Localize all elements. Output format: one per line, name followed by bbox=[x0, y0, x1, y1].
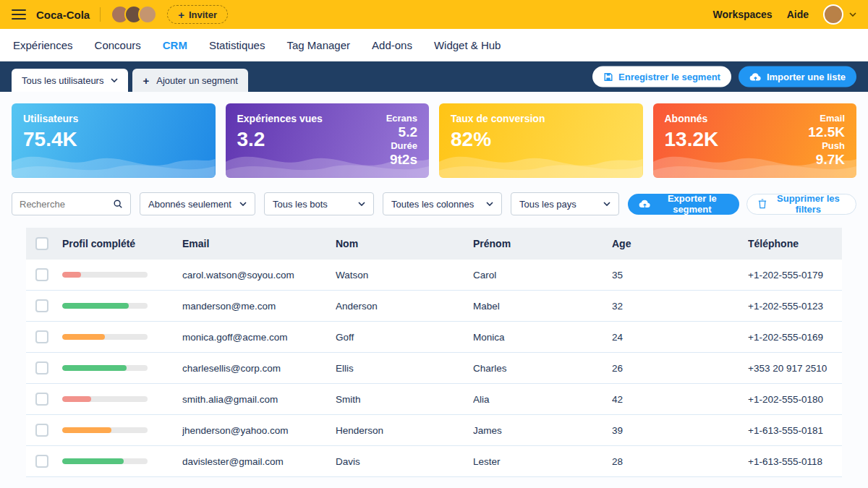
telephone-cell: +1-613-555-0181 bbox=[748, 425, 842, 436]
chevron-down-icon bbox=[486, 202, 493, 206]
nav-tab-statistiques[interactable]: Statistiques bbox=[209, 39, 265, 51]
row-checkbox[interactable] bbox=[35, 424, 48, 437]
prenom-cell: Charles bbox=[473, 363, 612, 374]
divider bbox=[100, 7, 101, 22]
filter-dropdown-pays[interactable]: Tous les pays bbox=[511, 192, 619, 215]
save-segment-button[interactable]: Enregistrer le segment bbox=[592, 67, 731, 87]
nav-tab-concours[interactable]: Concours bbox=[95, 39, 141, 51]
nom-cell: Smith bbox=[336, 394, 473, 405]
table-row[interactable]: monica.goff@acme.comGoffMonica24+1-202-5… bbox=[26, 322, 842, 353]
search-icon[interactable] bbox=[113, 199, 123, 209]
nav-tab-widget-hub[interactable]: Widget & Hub bbox=[434, 39, 501, 51]
search-box[interactable] bbox=[12, 192, 131, 215]
team-avatars[interactable] bbox=[111, 5, 157, 24]
add-segment-tab[interactable]: + Ajouter un segment bbox=[132, 69, 248, 92]
table-row[interactable]: davislester@gmail.comDavisLester28+1-613… bbox=[26, 446, 842, 477]
stat-card-value: 75.4K bbox=[23, 128, 78, 151]
table-body: carol.watson@soyou.comWatsonCarol35+1-20… bbox=[26, 260, 842, 477]
export-segment-button[interactable]: Exporter le segment bbox=[628, 194, 739, 215]
table-row[interactable]: jhenderson@yahoo.comHendersonJames39+1-6… bbox=[26, 415, 842, 446]
row-checkbox[interactable] bbox=[35, 455, 48, 468]
stat-side-label: Ecrans bbox=[386, 113, 417, 124]
user-avatar[interactable] bbox=[823, 4, 843, 25]
nav-tab-experiences[interactable]: Expériences bbox=[13, 39, 73, 51]
filter-dropdown-abonnes-seulement[interactable]: Abonnés seulement bbox=[140, 192, 255, 215]
profile-progress-bar bbox=[62, 365, 148, 371]
select-all-checkbox[interactable] bbox=[35, 237, 48, 250]
plus-icon: + bbox=[178, 9, 184, 21]
nav-tab-tag-manager[interactable]: Tag Manager bbox=[286, 39, 350, 51]
stat-card-title: Taux de conversion bbox=[451, 113, 545, 124]
cloud-upload-icon bbox=[749, 72, 762, 81]
caret-down-icon[interactable] bbox=[849, 12, 856, 17]
nom-cell: Ellis bbox=[336, 363, 473, 374]
export-segment-label: Exporter le segment bbox=[656, 193, 728, 215]
hamburger-menu-icon[interactable] bbox=[12, 9, 26, 20]
filter-bar: Abonnés seulementTous les botsToutes les… bbox=[12, 192, 856, 215]
prenom-cell: Carol bbox=[473, 270, 612, 281]
telephone-cell: +1-202-555-0123 bbox=[748, 301, 842, 312]
column-header-5: Téléphone bbox=[748, 238, 842, 249]
table-row[interactable]: smith.alia@gmail.comSmithAlia42+1-202-55… bbox=[26, 384, 842, 415]
column-header-1: Email bbox=[182, 238, 336, 249]
age-cell: 28 bbox=[612, 456, 748, 467]
dropdown-value: Tous les pays bbox=[519, 199, 576, 210]
stat-card-utilisateurs: Utilisateurs75.4K bbox=[12, 103, 216, 178]
prenom-cell: Monica bbox=[473, 332, 612, 343]
users-table: Profil complétéEmailNomPrénomAgeTéléphon… bbox=[26, 228, 842, 477]
stat-card-taux-conversion: Taux de conversion82% bbox=[439, 103, 643, 178]
stat-side-value: 12.5K bbox=[808, 124, 845, 140]
stat-side-label: Push bbox=[808, 140, 845, 152]
segment-tab-current[interactable]: Tous les utilisateurs bbox=[12, 69, 128, 92]
email-cell: jhenderson@yahoo.com bbox=[182, 425, 336, 436]
cloud-upload-icon bbox=[639, 200, 651, 208]
column-header-4: Age bbox=[612, 238, 748, 249]
table-row[interactable]: carol.watson@soyou.comWatsonCarol35+1-20… bbox=[26, 260, 842, 291]
save-segment-label: Enregistrer le segment bbox=[618, 72, 720, 82]
nom-cell: Goff bbox=[336, 332, 473, 343]
row-checkbox[interactable] bbox=[35, 330, 48, 343]
clear-filters-label: Supprimer les filters bbox=[772, 193, 845, 215]
profile-progress-bar bbox=[62, 396, 148, 402]
age-cell: 24 bbox=[612, 332, 748, 343]
topbar: Coca-Cola + Inviter Workspaces Aide bbox=[0, 0, 868, 29]
age-cell: 42 bbox=[612, 394, 748, 405]
stat-card-value: 13.2K bbox=[665, 128, 719, 151]
nom-cell: Anderson bbox=[336, 301, 473, 312]
trash-icon bbox=[758, 199, 767, 209]
nav-tab-crm[interactable]: CRM bbox=[163, 39, 187, 51]
import-list-button[interactable]: Importer une liste bbox=[739, 67, 856, 87]
age-cell: 26 bbox=[612, 363, 748, 374]
row-checkbox[interactable] bbox=[35, 361, 48, 374]
filter-dropdown-bots[interactable]: Tous les bots bbox=[264, 192, 374, 215]
segment-bar: Tous les utilisateurs + Ajouter un segme… bbox=[0, 61, 868, 92]
column-header-0: Profil complété bbox=[62, 238, 182, 249]
telephone-cell: +353 20 917 2510 bbox=[748, 363, 842, 374]
row-checkbox[interactable] bbox=[35, 393, 48, 406]
invite-button-label: Inviter bbox=[189, 9, 217, 20]
workspaces-link[interactable]: Workspaces bbox=[712, 9, 772, 20]
import-list-label: Importer une liste bbox=[767, 72, 846, 82]
table-row[interactable]: charlesellis@corp.comEllisCharles26+353 … bbox=[26, 353, 842, 384]
filter-dropdown-colonnes[interactable]: Toutes les colonnes bbox=[383, 192, 502, 215]
age-cell: 35 bbox=[612, 270, 748, 281]
profile-progress-bar bbox=[62, 303, 148, 309]
search-input[interactable] bbox=[20, 199, 113, 210]
prenom-cell: Lester bbox=[473, 456, 612, 467]
row-checkbox[interactable] bbox=[35, 299, 48, 312]
chevron-down-icon bbox=[603, 202, 610, 206]
nav-tab-add-ons[interactable]: Add-ons bbox=[372, 39, 412, 51]
email-cell: smith.alia@gmail.com bbox=[182, 394, 336, 405]
telephone-cell: +1-613-555-0118 bbox=[748, 456, 842, 467]
table-header-row: Profil complétéEmailNomPrénomAgeTéléphon… bbox=[26, 228, 842, 260]
invite-button[interactable]: + Inviter bbox=[167, 5, 228, 24]
team-avatar[interactable] bbox=[138, 5, 157, 24]
profile-progress-bar bbox=[62, 427, 148, 433]
table-row[interactable]: manderson@me.comAndersonMabel32+1-202-55… bbox=[26, 291, 842, 322]
clear-filters-button[interactable]: Supprimer les filters bbox=[746, 194, 856, 215]
column-header-3: Prénom bbox=[473, 238, 612, 249]
stat-card-title: Utilisateurs bbox=[23, 113, 78, 124]
row-checkbox[interactable] bbox=[35, 268, 48, 281]
dropdown-value: Abonnés seulement bbox=[148, 199, 231, 210]
help-link[interactable]: Aide bbox=[787, 9, 809, 20]
